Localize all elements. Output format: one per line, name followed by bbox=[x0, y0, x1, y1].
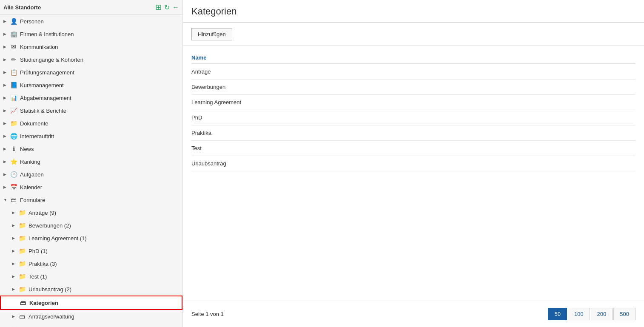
sidebar-item-ranking[interactable]: ▶⭐Ranking bbox=[0, 155, 182, 168]
sidebar-item-internet[interactable]: ▶🌐Internetauftritt bbox=[0, 130, 182, 142]
sidebar-item-phd[interactable]: ▶📁PhD (1) bbox=[0, 245, 182, 257]
sidebar-item-pruefung[interactable]: ▶📋Prüfungsmanagement bbox=[0, 66, 182, 79]
table-row[interactable]: Urlaubsantrag bbox=[191, 156, 635, 171]
sidebar-item-kategorien[interactable]: 🗃Kategorien bbox=[0, 296, 182, 310]
sidebar-item-praktika[interactable]: ▶📁Praktika (3) bbox=[0, 257, 182, 270]
kategorien-icon: 🗃 bbox=[19, 299, 27, 307]
abgabe-icon: 📊 bbox=[9, 94, 18, 102]
sidebar-item-label: Aufgaben bbox=[20, 171, 44, 178]
ranking-icon: ⭐ bbox=[9, 157, 18, 166]
sidebar-item-label: Abgabemanagement bbox=[20, 95, 71, 101]
arrow-icon: ▶ bbox=[12, 287, 18, 291]
sidebar-item-kommunikation[interactable]: ▶✉Kommunikation bbox=[0, 40, 182, 53]
sidebar-item-kurs[interactable]: ▶📘Kursmanagement bbox=[0, 79, 182, 91]
expand-icon[interactable]: ⊞ bbox=[155, 3, 162, 12]
kurs-icon: 📘 bbox=[9, 81, 18, 89]
page-size-500-button[interactable]: 500 bbox=[613, 308, 635, 320]
page-size-200-button[interactable]: 200 bbox=[591, 308, 613, 320]
arrow-icon: ▶ bbox=[3, 96, 9, 100]
sidebar-item-label: Statistik & Berichte bbox=[20, 108, 66, 114]
arrow-icon: ▶ bbox=[3, 134, 9, 138]
sidebar-item-praktika2[interactable]: ▶📁Praktika bbox=[0, 323, 182, 327]
main-content: Name AnträgeBewerbungenLearning Agreemen… bbox=[183, 46, 644, 301]
sidebar-item-test[interactable]: ▶📁Test (1) bbox=[0, 270, 182, 283]
sidebar-item-label: Urlaubsantrag (2) bbox=[28, 286, 71, 293]
arrow-icon: ▶ bbox=[3, 185, 9, 189]
sidebar-item-label: Prüfungsmanagement bbox=[20, 69, 74, 76]
table-row[interactable]: Test bbox=[191, 141, 635, 156]
sidebar-item-kalender[interactable]: ▶📅Kalender bbox=[0, 181, 182, 193]
row-name: PhD bbox=[191, 114, 202, 121]
sidebar-item-dokumente[interactable]: ▶📁Dokumente bbox=[0, 117, 182, 130]
sidebar-item-antragsverwaltung[interactable]: ▶🗃Antragsverwaltung bbox=[0, 310, 182, 323]
sidebar-item-learning[interactable]: ▶📁Learning Agreement (1) bbox=[0, 232, 182, 245]
sidebar-item-aufgaben[interactable]: ▶🕐Aufgaben bbox=[0, 168, 182, 181]
sidebar-item-label: Kommunikation bbox=[20, 44, 58, 50]
arrow-icon: ▼ bbox=[3, 198, 9, 202]
antragsverwaltung-icon: 🗃 bbox=[18, 312, 26, 321]
kommunikation-icon: ✉ bbox=[9, 43, 18, 51]
sidebar-item-statistik[interactable]: ▶📈Statistik & Berichte bbox=[0, 104, 182, 117]
page-size-100-button[interactable]: 100 bbox=[568, 308, 590, 320]
personen-icon: 👤 bbox=[9, 17, 18, 26]
table-row[interactable]: Praktika bbox=[191, 125, 635, 141]
sidebar-header-icons: ⊞ ↻ ← bbox=[155, 3, 179, 12]
arrow-icon: ▶ bbox=[12, 236, 18, 240]
main-footer: Seite 1 von 1 50100200500 bbox=[183, 301, 644, 327]
arrow-icon: ▶ bbox=[3, 159, 9, 164]
internet-icon: 🌐 bbox=[9, 132, 18, 140]
table-row[interactable]: Bewerbungen bbox=[191, 80, 635, 95]
main-toolbar: Hinzufügen bbox=[183, 23, 644, 46]
sidebar-item-label: Personen bbox=[20, 18, 44, 25]
sidebar-item-antraege[interactable]: ▶📁Anträge (9) bbox=[0, 206, 182, 219]
praktika-icon: 📁 bbox=[18, 259, 26, 268]
arrow-icon: ▶ bbox=[3, 70, 9, 74]
sidebar-scroll: ▶👤Personen▶🏢Firmen & Institutionen▶✉Komm… bbox=[0, 15, 182, 327]
sidebar-item-bewerbungen[interactable]: ▶📁Bewerbungen (2) bbox=[0, 219, 182, 232]
sidebar-item-formulare[interactable]: ▼🗃Formulare bbox=[0, 193, 182, 206]
test-icon: 📁 bbox=[18, 272, 26, 281]
sidebar-header: Alle Standorte ⊞ ↻ ← bbox=[0, 0, 182, 15]
row-name: Bewerbungen bbox=[191, 84, 225, 90]
sidebar-item-label: Formulare bbox=[20, 197, 45, 203]
sidebar-item-label: Kursmanagement bbox=[20, 82, 64, 88]
formulare-icon: 🗃 bbox=[9, 196, 18, 204]
column-name-header: Name bbox=[191, 54, 206, 61]
sidebar-item-abgabe[interactable]: ▶📊Abgabemanagement bbox=[0, 91, 182, 104]
page-size-50-button[interactable]: 50 bbox=[548, 308, 567, 320]
pagination-info: Seite 1 von 1 bbox=[191, 311, 224, 317]
table-row[interactable]: PhD bbox=[191, 110, 635, 125]
sidebar-item-label: Antragsverwaltung bbox=[28, 313, 74, 320]
arrow-icon: ▶ bbox=[3, 45, 9, 49]
refresh-icon[interactable]: ↻ bbox=[164, 3, 170, 11]
sidebar-item-urlaubsantrag[interactable]: ▶📁Urlaubsantrag (2) bbox=[0, 283, 182, 296]
arrow-icon: ▶ bbox=[12, 210, 18, 215]
phd-icon: 📁 bbox=[18, 247, 26, 255]
arrow-icon: ▶ bbox=[3, 57, 9, 62]
sidebar-item-label: Anträge (9) bbox=[28, 210, 56, 216]
arrow-icon: ▶ bbox=[3, 108, 9, 113]
back-icon[interactable]: ← bbox=[172, 3, 179, 11]
sidebar-item-label: Firmen & Institutionen bbox=[20, 31, 74, 37]
arrow-icon: ▶ bbox=[3, 19, 9, 23]
sidebar-item-firmen[interactable]: ▶🏢Firmen & Institutionen bbox=[0, 28, 182, 40]
table-row[interactable]: Anträge bbox=[191, 64, 635, 80]
praktika2-icon: 📁 bbox=[9, 325, 18, 327]
sidebar-item-label: Ranking bbox=[20, 159, 40, 165]
arrow-icon: ▶ bbox=[12, 274, 18, 279]
row-name: Praktika bbox=[191, 130, 211, 136]
add-button[interactable]: Hinzufügen bbox=[191, 28, 232, 40]
table-header: Name bbox=[191, 50, 635, 64]
sidebar-item-label: Dokumente bbox=[20, 120, 48, 127]
arrow-icon: ▶ bbox=[3, 32, 9, 36]
sidebar-item-label: Studiengänge & Kohorten bbox=[20, 57, 83, 63]
learning-icon: 📁 bbox=[18, 234, 26, 242]
sidebar-root-label: Alle Standorte bbox=[3, 4, 41, 11]
sidebar-item-news[interactable]: ▶ℹNews bbox=[0, 142, 182, 155]
arrow-icon: ▶ bbox=[3, 147, 9, 151]
table-row[interactable]: Learning Agreement bbox=[191, 95, 635, 110]
row-name: Learning Agreement bbox=[191, 99, 241, 105]
bewerbungen-icon: 📁 bbox=[18, 221, 26, 230]
sidebar-item-studiengaenge[interactable]: ▶✏Studiengänge & Kohorten bbox=[0, 53, 182, 66]
sidebar-item-personen[interactable]: ▶👤Personen bbox=[0, 15, 182, 28]
